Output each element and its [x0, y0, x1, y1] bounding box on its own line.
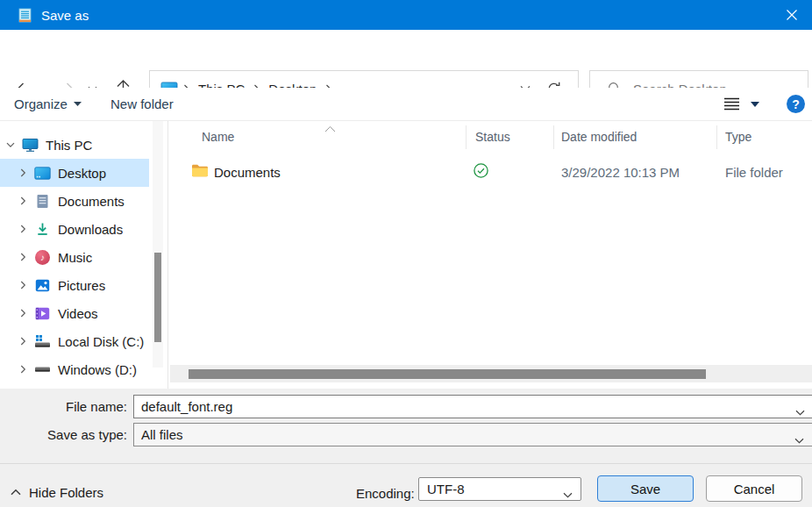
sidebar-scrollbar-track[interactable]	[153, 121, 163, 368]
encoding-select[interactable]: UTF-8	[418, 477, 581, 501]
file-list-header: Name Status Date modified Type	[168, 121, 812, 154]
sidebar-item-label: Music	[58, 250, 92, 265]
view-details-button[interactable]	[723, 97, 740, 111]
column-divider[interactable]	[466, 125, 467, 149]
file-name-label: File name:	[0, 399, 127, 414]
new-folder-button[interactable]: New folder	[110, 88, 174, 120]
sidebar-item-label: Windows (D:)	[58, 362, 137, 377]
column-header-name[interactable]: Name	[202, 130, 234, 144]
save-button-label: Save	[630, 482, 660, 496]
chevron-down-icon[interactable]	[795, 403, 805, 419]
chevron-right-icon[interactable]	[17, 281, 29, 289]
desktop-icon	[34, 167, 51, 180]
file-type: File folder	[725, 165, 783, 180]
command-toolbar: Organize New folder ?	[0, 88, 812, 121]
chevron-right-icon[interactable]	[17, 225, 29, 233]
sidebar-item-label: Downloads	[58, 222, 123, 237]
monitor-icon	[22, 138, 39, 153]
save-button[interactable]: Save	[597, 475, 694, 502]
music-icon: ♪	[35, 250, 50, 265]
caret-down-icon	[74, 102, 82, 106]
sidebar-item-label: Videos	[58, 306, 98, 321]
chevron-right-icon[interactable]	[17, 365, 29, 374]
column-divider[interactable]	[716, 125, 717, 149]
notepad-icon	[18, 8, 32, 23]
horizontal-scrollbar-track[interactable]	[170, 365, 812, 382]
encoding-label: Encoding:	[356, 486, 415, 501]
column-header-date-modified[interactable]: Date modified	[561, 130, 637, 144]
sidebar-item-local-disk-c[interactable]: Local Disk (C:)	[0, 327, 149, 355]
chevron-right-icon[interactable]	[17, 196, 29, 205]
sidebar-item-label: Desktop	[58, 166, 106, 181]
file-name-combo	[133, 395, 812, 418]
close-icon	[786, 9, 798, 21]
videos-icon	[35, 307, 50, 320]
chevron-right-icon[interactable]	[17, 337, 29, 346]
help-label: ?	[792, 97, 800, 111]
close-button[interactable]	[772, 0, 812, 30]
window-title: Save as	[41, 8, 89, 23]
column-divider[interactable]	[553, 125, 554, 149]
organize-button[interactable]: Organize	[14, 88, 82, 120]
sidebar-item-label: Pictures	[58, 278, 105, 293]
organize-label: Organize	[14, 96, 68, 111]
column-header-status[interactable]: Status	[475, 130, 510, 144]
disk-icon	[34, 362, 51, 376]
sync-status-icon	[473, 162, 489, 179]
file-list: Name Status Date modified Type Documents	[168, 121, 812, 389]
sidebar-item-label: This PC	[46, 138, 92, 153]
download-icon	[36, 222, 49, 236]
sidebar-item-this-pc[interactable]: This PC	[0, 131, 149, 159]
chevron-down-icon	[563, 486, 573, 502]
sidebar-item-videos[interactable]: Videos	[0, 299, 149, 327]
sort-ascending-icon	[324, 121, 336, 135]
sidebar-item-windows-d[interactable]: Windows (D:)	[0, 355, 149, 383]
sidebar-item-music[interactable]: ♪ Music	[0, 243, 149, 271]
file-date-modified: 3/29/2022 10:13 PM	[561, 165, 680, 180]
save-as-dialog: Save as	[0, 0, 812, 507]
column-header-type[interactable]: Type	[725, 130, 751, 144]
sidebar-item-desktop[interactable]: Desktop	[0, 159, 149, 187]
sidebar-item-pictures[interactable]: Pictures	[0, 271, 149, 299]
titlebar: Save as	[0, 0, 812, 30]
document-icon	[36, 194, 49, 209]
save-as-type-label: Save as type:	[0, 427, 127, 442]
cancel-button[interactable]: Cancel	[706, 475, 802, 502]
chevron-right-icon[interactable]	[17, 168, 29, 177]
sidebar-item-label: Documents	[58, 194, 125, 209]
hide-folders-button[interactable]: Hide Folders	[11, 484, 103, 500]
chevron-down-icon	[794, 432, 804, 447]
dialog-footer: Hide Folders Encoding: UTF-8 Save Cancel	[0, 463, 812, 507]
pictures-icon	[35, 279, 50, 292]
file-row-documents[interactable]: Documents 3/29/2022 10:13 PM File folder	[168, 160, 812, 186]
sidebar-item-documents[interactable]: Documents	[0, 187, 149, 215]
chevron-down-icon[interactable]	[4, 142, 17, 148]
view-options-button[interactable]	[751, 102, 759, 107]
navigation-bar: This PC Desktop	[0, 30, 812, 88]
list-view-icon	[723, 97, 740, 111]
sidebar-scrollbar-thumb[interactable]	[154, 253, 161, 342]
folder-icon	[191, 163, 209, 178]
main-area: This PC Desktop	[0, 121, 812, 389]
sidebar-item-label: Local Disk (C:)	[58, 334, 144, 349]
save-as-type-select[interactable]: All files	[133, 423, 812, 446]
os-disk-icon	[34, 334, 51, 348]
save-as-type-value: All files	[134, 427, 183, 442]
file-name: Documents	[214, 165, 281, 180]
hide-folders-label: Hide Folders	[29, 485, 103, 500]
cancel-button-label: Cancel	[734, 482, 775, 496]
navigation-tree: This PC Desktop	[0, 121, 167, 389]
horizontal-scrollbar-thumb[interactable]	[189, 369, 706, 379]
new-folder-label: New folder	[110, 96, 174, 111]
help-button[interactable]: ?	[787, 95, 805, 113]
chevron-right-icon[interactable]	[17, 253, 29, 261]
sidebar-item-downloads[interactable]: Downloads	[0, 215, 149, 243]
encoding-value: UTF-8	[419, 482, 465, 496]
chevron-up-icon	[11, 489, 21, 496]
file-name-input[interactable]	[133, 395, 812, 418]
save-form: File name: Save as type: All files Hide …	[0, 389, 812, 507]
chevron-right-icon[interactable]	[17, 309, 29, 318]
caret-down-icon	[751, 102, 759, 107]
